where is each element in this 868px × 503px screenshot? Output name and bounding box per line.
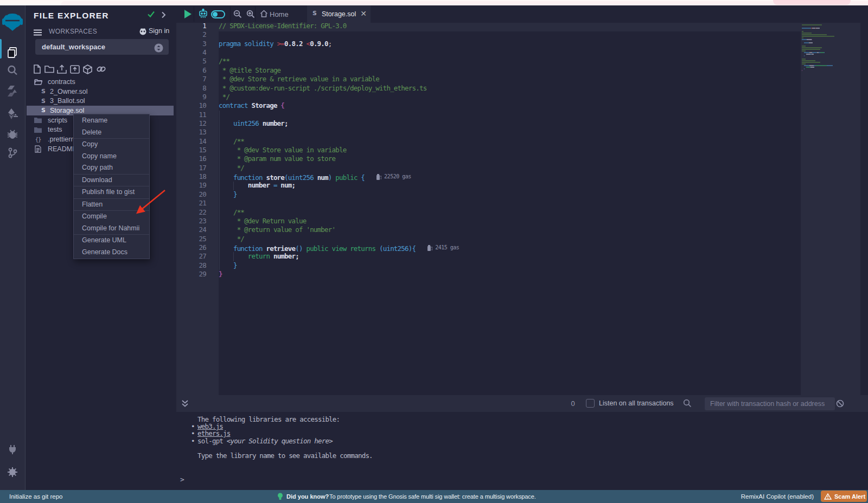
menu-item-delete[interactable]: Delete xyxy=(74,127,149,139)
terminal-search-icon xyxy=(683,399,692,410)
git-icon[interactable] xyxy=(0,147,25,159)
browser-pink-tab xyxy=(773,0,851,5)
git-init-button[interactable]: Initialize as git repo xyxy=(9,493,62,500)
line-number: 7 xyxy=(176,75,206,83)
file-explorer-icon[interactable] xyxy=(0,46,25,59)
folder-icon xyxy=(34,117,42,123)
terminal-prompt[interactable]: > xyxy=(180,475,184,483)
line-number: 19 xyxy=(176,181,206,190)
transaction-filter-input[interactable] xyxy=(705,397,835,410)
tree-item-label: 3_Ballot.sol xyxy=(50,97,85,105)
menu-item-copy-path[interactable]: Copy path xyxy=(74,162,149,174)
menu-item-generate-uml[interactable]: Generate UML xyxy=(74,235,149,247)
solidity-file-icon: S xyxy=(312,10,317,17)
link-icon[interactable] xyxy=(96,65,106,76)
zoom-out-icon[interactable] xyxy=(233,10,242,21)
menu-item-compile-for-nahmii[interactable]: Compile for Nahmii xyxy=(74,223,149,235)
line-number: 25 xyxy=(176,235,206,243)
code-line-16: * @param num value to store xyxy=(219,154,459,163)
minimap[interactable] xyxy=(802,24,834,72)
line-number: 11 xyxy=(176,111,206,119)
tab-close-icon[interactable]: ✕ xyxy=(360,9,367,18)
editor-tabbar: Home S Storage.sol ✕ xyxy=(176,5,868,23)
panel-chevron-right-icon[interactable] xyxy=(161,11,166,21)
home-tab-icon[interactable] xyxy=(260,10,268,20)
line-number: 27 xyxy=(176,252,206,261)
menu-item-rename[interactable]: Rename xyxy=(74,115,149,127)
terminal-line xyxy=(197,444,373,452)
code-line-7: * @dev Store & retrieve value in a varia… xyxy=(219,75,459,83)
panel-title: FILE EXPLORER xyxy=(34,11,109,21)
code-content[interactable]: // SPDX-License-Identifier: GPL-3.0pragm… xyxy=(219,23,459,279)
new-file-icon[interactable] xyxy=(33,65,41,76)
menu-item-generate-docs[interactable]: Generate Docs xyxy=(74,247,149,259)
annotation-arrow xyxy=(129,184,173,222)
terminal-header: 0 Listen on all transactions xyxy=(176,395,868,412)
code-line-5: /** xyxy=(219,57,459,66)
line-number: 22 xyxy=(176,208,206,217)
terminal-expand-icon[interactable] xyxy=(181,399,189,410)
code-line-13 xyxy=(219,128,459,137)
remix-logo-icon[interactable] xyxy=(0,12,25,31)
upload-folder-icon[interactable] xyxy=(70,65,80,76)
workspace-dropdown-icon[interactable] xyxy=(154,43,163,55)
terminal-line: The following libraries are accessible: xyxy=(197,416,373,423)
code-line-19: number = num; xyxy=(219,181,459,190)
ai-robot-icon[interactable] xyxy=(198,9,208,21)
line-number: 1 xyxy=(176,23,206,30)
listen-label[interactable]: Listen on all transactions xyxy=(599,399,674,407)
zoom-in-icon[interactable] xyxy=(246,10,255,21)
search-plugin-icon[interactable] xyxy=(0,65,25,76)
new-folder-icon[interactable] xyxy=(44,65,54,75)
code-line-24: * @return value of 'number' xyxy=(219,225,459,234)
debugger-icon[interactable] xyxy=(0,128,25,140)
listen-checkbox[interactable] xyxy=(586,399,595,408)
minimap-slider[interactable] xyxy=(801,23,860,395)
run-script-button[interactable] xyxy=(184,10,192,18)
solidity-compiler-icon[interactable] xyxy=(0,85,25,97)
line-number: 13 xyxy=(176,128,206,137)
copilot-status[interactable]: RemixAI Copilot (enabled) xyxy=(741,493,814,500)
deploy-run-icon[interactable] xyxy=(0,107,25,120)
check-icon[interactable] xyxy=(147,10,155,20)
lightbulb-icon xyxy=(277,493,283,502)
tree-item-3-ballot-sol[interactable]: S3_Ballot.sol xyxy=(27,96,174,106)
scam-alert-badge[interactable]: Scam Alert xyxy=(821,491,867,502)
code-line-10: contract Storage { xyxy=(219,101,459,110)
line-number: 24 xyxy=(176,225,206,234)
sign-in-button[interactable]: Sign in xyxy=(149,27,169,35)
line-number: 16 xyxy=(176,154,206,163)
menu-item-copy-name[interactable]: Copy name xyxy=(74,151,149,163)
ipfs-cube-icon[interactable] xyxy=(83,65,92,76)
copilot-toggle[interactable] xyxy=(211,10,225,18)
tab-storage-sol[interactable]: S Storage.sol ✕ xyxy=(307,5,371,23)
tab-label: Storage.sol xyxy=(322,10,356,18)
code-line-21 xyxy=(219,199,459,208)
menu-item-copy[interactable]: Copy xyxy=(74,139,149,151)
tree-item-2-owner-sol[interactable]: S2_Owner.sol xyxy=(27,87,174,96)
gas-estimate-badge: 22520 gas xyxy=(376,172,411,181)
browser-band xyxy=(61,1,868,5)
workspace-selected-name: default_workspace xyxy=(42,43,105,51)
code-line-11 xyxy=(219,111,459,119)
settings-gear-icon[interactable] xyxy=(0,466,25,478)
line-number: 23 xyxy=(176,217,206,225)
line-number: 15 xyxy=(176,146,206,154)
workspaces-menu-icon[interactable] xyxy=(34,28,42,38)
sol-icon: S xyxy=(39,98,48,105)
tree-item-contracts[interactable]: contracts xyxy=(27,77,174,87)
terminal-line: •web3.js xyxy=(197,423,373,430)
line-number: 3 xyxy=(176,40,206,48)
upload-file-icon[interactable] xyxy=(57,65,67,76)
home-tab[interactable]: Home xyxy=(270,10,289,18)
gas-estimate-badge: 2415 gas xyxy=(427,243,459,252)
code-line-28: } xyxy=(219,261,459,270)
code-editor[interactable]: 1234567891011121314151617181920212223242… xyxy=(176,23,868,395)
code-line-18: function store(uint256 num) public {2252… xyxy=(219,172,459,181)
line-number: 29 xyxy=(176,270,206,279)
terminal-output[interactable]: The following libraries are accessible:•… xyxy=(176,412,868,490)
code-line-1: // SPDX-License-Identifier: GPL-3.0 xyxy=(219,23,459,30)
plugin-manager-icon[interactable] xyxy=(0,443,25,455)
clear-terminal-icon[interactable] xyxy=(836,399,844,410)
line-number: 9 xyxy=(176,93,206,101)
